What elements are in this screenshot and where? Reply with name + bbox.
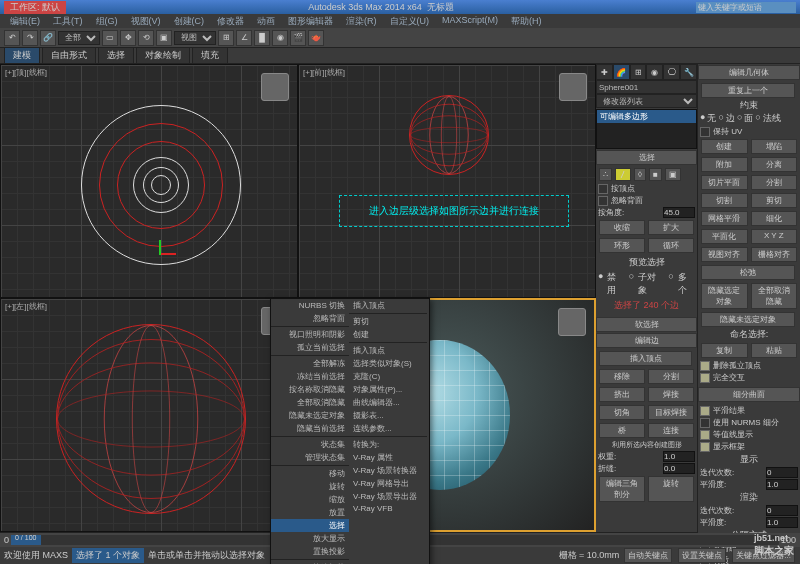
- full-interactive-checkbox[interactable]: 完全交互: [700, 372, 798, 383]
- menu-graph[interactable]: 图形编辑器: [282, 14, 339, 28]
- by-vertex-checkbox[interactable]: 按顶点: [598, 183, 695, 194]
- loop-button[interactable]: 循环: [648, 238, 694, 253]
- context-item[interactable]: 选择: [271, 519, 349, 532]
- viewport-left[interactable]: [+][左][线框]: [0, 298, 298, 532]
- context-item[interactable]: 孤立当前选择: [271, 341, 349, 354]
- rotate-button[interactable]: ⟲: [138, 30, 154, 46]
- bridge-button[interactable]: 桥: [599, 423, 645, 438]
- copy-button[interactable]: 复制: [701, 343, 748, 358]
- context-item[interactable]: 缩放: [271, 493, 349, 506]
- msmooth-button[interactable]: 网格平滑: [701, 211, 748, 226]
- context-item[interactable]: V-Ray 网格导出: [349, 477, 427, 490]
- isoline-checkbox[interactable]: 等值线显示: [700, 429, 798, 440]
- context-item[interactable]: 全部解冻: [271, 357, 349, 370]
- modify-tab-icon[interactable]: 🌈: [613, 64, 630, 80]
- shrink-button[interactable]: 收缩: [599, 220, 645, 235]
- polygon-subobj-icon[interactable]: ■: [649, 168, 662, 181]
- cut-button[interactable]: 剪切: [751, 193, 798, 208]
- set-key-button[interactable]: 设置关键点: [678, 548, 726, 563]
- weight-input[interactable]: [663, 451, 695, 462]
- connect-button[interactable]: 连接: [648, 423, 694, 438]
- tab-freeform[interactable]: 自由形式: [42, 47, 96, 64]
- tab-populate[interactable]: 填充: [192, 47, 228, 64]
- mirror-button[interactable]: ▐▌: [254, 30, 270, 46]
- slice-button[interactable]: 分割: [751, 175, 798, 190]
- repeat-last-button[interactable]: 重复上一个: [701, 83, 795, 98]
- menu-help[interactable]: 帮助(H): [505, 14, 548, 28]
- context-item[interactable]: 放大显示: [271, 532, 349, 545]
- move-button[interactable]: ✥: [120, 30, 136, 46]
- context-item[interactable]: 曲线编辑器...: [349, 396, 427, 409]
- snap-button[interactable]: ⊞: [218, 30, 234, 46]
- delete-iso-checkbox[interactable]: 删除孤立顶点: [700, 360, 798, 371]
- modifier-list[interactable]: 修改器列表: [596, 94, 697, 108]
- select-button[interactable]: ▭: [102, 30, 118, 46]
- ignore-backfacing-checkbox[interactable]: 忽略背面: [598, 195, 695, 206]
- material-editor-button[interactable]: ◉: [272, 30, 288, 46]
- selection-rollout[interactable]: 选择: [596, 150, 697, 165]
- menu-view[interactable]: 视图(V): [125, 14, 167, 28]
- crease-input[interactable]: [663, 463, 695, 474]
- remove-button[interactable]: 移除: [599, 369, 645, 384]
- modifier-stack[interactable]: 可编辑多边形: [596, 109, 697, 149]
- chamfer-button[interactable]: 切角: [599, 405, 645, 420]
- menu-edit[interactable]: 编辑(E): [4, 14, 46, 28]
- element-subobj-icon[interactable]: ▣: [665, 168, 681, 181]
- tab-object-paint[interactable]: 对象绘制: [136, 47, 190, 64]
- maxscript-listener[interactable]: 欢迎使用 MAXS: [4, 549, 68, 562]
- hierarchy-tab-icon[interactable]: ⊞: [630, 64, 647, 80]
- viewport-top[interactable]: [+][顶][线框]: [0, 64, 298, 298]
- menu-group[interactable]: 组(G): [90, 14, 124, 28]
- context-item[interactable]: 冻结当前选择: [271, 370, 349, 383]
- viewcube-icon[interactable]: [559, 73, 587, 101]
- context-item[interactable]: 移动: [271, 467, 349, 480]
- edit-edges-rollout[interactable]: 编辑边: [596, 333, 697, 348]
- target-weld-button[interactable]: 目标焊接: [648, 405, 694, 420]
- context-item[interactable]: 旋转: [271, 480, 349, 493]
- context-item[interactable]: 隐藏未选定对象: [271, 409, 349, 422]
- preserve-uv-checkbox[interactable]: 保持 UV: [700, 126, 798, 137]
- extrude-button[interactable]: 挤出: [599, 387, 645, 402]
- context-item[interactable]: 剪切: [349, 315, 427, 328]
- context-item[interactable]: V-Ray 属性: [349, 451, 427, 464]
- iterations-input[interactable]: [766, 467, 798, 478]
- angle-snap-button[interactable]: ∠: [236, 30, 252, 46]
- create-button[interactable]: 创建: [701, 139, 748, 154]
- tab-selection[interactable]: 选择: [98, 47, 134, 64]
- selection-filter[interactable]: 全部: [58, 31, 100, 45]
- menu-render[interactable]: 渲染(R): [340, 14, 383, 28]
- context-item[interactable]: 置换投影: [271, 545, 349, 558]
- context-item[interactable]: 克隆(C): [349, 370, 427, 383]
- make-planar-button[interactable]: 平面化: [701, 229, 748, 244]
- context-item[interactable]: 创建: [349, 328, 427, 341]
- detach-button[interactable]: 分离: [751, 157, 798, 172]
- soft-selection-rollout[interactable]: 软选择: [596, 317, 697, 332]
- unhide-all-button[interactable]: 全部取消隐藏: [751, 283, 798, 309]
- display-tab-icon[interactable]: 🖵: [663, 64, 680, 80]
- hide-sel-button[interactable]: 隐藏选定对象: [701, 283, 748, 309]
- relax-button[interactable]: 松弛: [701, 265, 795, 280]
- render-button[interactable]: 🫖: [308, 30, 324, 46]
- context-item[interactable]: 选择类似对象(S): [349, 357, 427, 370]
- border-subobj-icon[interactable]: ◊: [634, 168, 646, 181]
- object-name-field[interactable]: [596, 80, 697, 94]
- context-item[interactable]: V-Ray VFB: [349, 503, 427, 514]
- collapse-button[interactable]: 塌陷: [751, 139, 798, 154]
- context-item[interactable]: 忽略背面: [271, 312, 349, 325]
- create-tab-icon[interactable]: ✚: [596, 64, 613, 80]
- split-button[interactable]: 分割: [648, 369, 694, 384]
- link-button[interactable]: 🔗: [40, 30, 56, 46]
- tessellate-button[interactable]: 细化: [751, 211, 798, 226]
- render-setup-button[interactable]: 🎬: [290, 30, 306, 46]
- context-item[interactable]: V-Ray 场景转换器: [349, 464, 427, 477]
- redo-button[interactable]: ↷: [22, 30, 38, 46]
- slice-plane-button[interactable]: 切片平面: [701, 175, 748, 190]
- context-item[interactable]: 转换为:: [349, 438, 427, 451]
- grid-align-button[interactable]: 栅格对齐: [751, 247, 798, 262]
- paste-button[interactable]: 粘贴: [751, 343, 798, 358]
- context-item[interactable]: 摄影表...: [349, 409, 427, 422]
- undo-button[interactable]: ↶: [4, 30, 20, 46]
- menu-tools[interactable]: 工具(T): [47, 14, 89, 28]
- turn-button[interactable]: 旋转: [648, 476, 694, 502]
- context-item[interactable]: 对象属性(P)...: [349, 383, 427, 396]
